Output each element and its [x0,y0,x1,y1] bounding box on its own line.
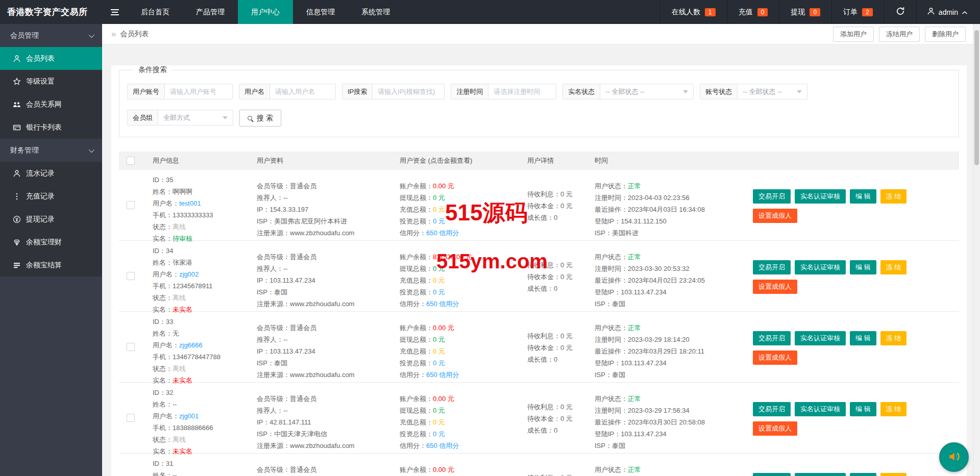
field-value: 32 [166,389,173,396]
action-buttons-row-1: 交易开启实名认证审核编 辑冻 结 [753,189,959,204]
details-interest: 待收利息：0 元 [527,472,595,476]
delete-user-button[interactable]: 删除用户 [925,27,966,42]
freeze-user-button[interactable]: 冻结用户 [879,27,920,42]
set-fake-button[interactable]: 设置成假人 [753,209,797,223]
admin-menu[interactable]: admin [916,0,980,24]
edit-button[interactable]: 编 辑 [850,260,876,274]
sidebar-item-yuebao-invest[interactable]: 余额宝理财 [0,231,102,254]
top-nav-home[interactable]: 后台首页 [128,0,183,24]
field-label: 状态： [153,294,173,302]
row-checkbox[interactable] [127,343,135,351]
scrollbar-thumb[interactable] [974,30,979,165]
funds-withdraw: 提现总额：0 元 [400,192,527,204]
cell-time: 用户状态：正常注册时间：2023-03-29 17:56:34最近操作：2023… [595,383,753,453]
vertical-scrollbar[interactable] [973,24,980,476]
sidebar-item-member-list[interactable]: 会员列表 [0,47,102,70]
field-label: ISP： [257,217,274,225]
user-icon [927,7,935,17]
sidebar-group-finance-management[interactable]: 财务管理 [0,139,102,162]
sidebar-item-member-network[interactable]: 会员关系网 [0,93,102,116]
freeze-button[interactable]: 冻 结 [880,402,907,416]
info-id: ID：33 [153,316,257,328]
edit-button[interactable]: 编 辑 [850,331,876,345]
menu-toggle-icon[interactable] [102,0,128,24]
edit-button[interactable]: 编 辑 [850,189,876,204]
sidebar-item-yuebao-settle[interactable]: 余额宝结算 [0,254,102,277]
top-nav-system[interactable]: 系统管理 [348,0,403,24]
edit-button[interactable]: 编 辑 [850,402,876,416]
set-fake-button[interactable]: 设置成假人 [753,350,797,365]
row-checkbox[interactable] [127,272,135,280]
field-value: www.zbzhoudafu.com [290,300,354,308]
set-fake-button[interactable]: 设置成假人 [753,421,797,436]
top-nav-product[interactable]: 产品管理 [183,0,238,24]
member-list-card: 条件搜索 用户账号用户名IP搜索注册时间实名状态-- 全部状态 --账号状态--… [111,65,967,476]
kyc-review-button[interactable]: 实名认证审核 [795,189,846,204]
top-nav-info[interactable]: 信息管理 [293,0,348,24]
username-filter-input[interactable] [270,84,335,99]
header-actions: 添加用户冻结用户删除用户 [833,27,966,42]
sidebar-item-flow-records[interactable]: 流水记录 [0,162,102,185]
freeze-button[interactable]: 冻 结 [880,260,907,274]
bankcard-icon [12,123,21,132]
trade-toggle-button[interactable]: 交易开启 [753,331,791,345]
field-value: 2023-03-29 18:14:20 [628,336,690,343]
sidebar-item-withdraw-records[interactable]: 提现记录 [0,208,102,231]
kyc-review-button[interactable]: 实名认证审核 [795,473,846,476]
sidebar-item-level-settings[interactable]: 等级设置 [0,70,102,93]
funds-credit: 信用分：650 信用分 [400,298,527,310]
trade-toggle-button[interactable]: 交易开启 [753,473,791,476]
account-status-filter-select[interactable]: -- 全部状态 -- [738,84,807,99]
trade-toggle-button[interactable]: 交易开启 [753,189,791,204]
refresh-button[interactable] [884,0,916,24]
field-value: 1346778447788 [173,353,220,361]
realname-status-filter-value: -- 全部状态 -- [605,87,645,96]
row-checkbox[interactable] [127,201,135,209]
row-checkbox-cell [119,312,143,382]
trade-toggle-button[interactable]: 交易开启 [753,260,791,274]
field-label: 最近操作： [595,277,628,284]
realname-status-filter-select[interactable]: -- 全部状态 -- [600,84,693,99]
select-all-checkbox[interactable] [127,157,135,165]
field-label: 投资总额： [400,430,433,438]
freeze-button[interactable]: 冻 结 [880,473,907,476]
field-label: 成长值： [527,356,554,363]
info-name: 姓名：无 [153,328,257,339]
regtime-filter-input[interactable] [488,84,556,99]
kyc-review-button[interactable]: 实名认证审核 [795,331,846,345]
sidebar-item-bank-card-list[interactable]: 银行卡列表 [0,116,102,139]
audio-float-button[interactable] [939,442,969,472]
action-buttons-row-2: 设置成假人 [753,209,959,223]
cell-details: 待收利息：0 元待收本金：0 元成长值：0 [527,241,595,311]
member-group-filter-select[interactable]: 全部方式 [158,110,233,125]
freeze-button[interactable]: 冻 结 [880,189,907,204]
top-nav-user-center[interactable]: 用户中心 [238,0,293,24]
sidebar-item-label: 充值记录 [26,192,55,201]
account-filter-input[interactable] [165,84,232,99]
field-label: 投资总额： [400,217,433,225]
search-button[interactable]: 搜 索 [239,110,281,127]
profile-isp: ISP：美国弗吉尼亚阿什本科进 [257,215,400,227]
sidebar-item-label: 余额宝理财 [26,238,62,247]
withdraw-count-badge: 0 [810,8,820,16]
recharge-count-stat[interactable]: 充值0 [727,0,779,24]
row-checkbox[interactable] [127,414,135,422]
trade-toggle-button[interactable]: 交易开启 [753,402,791,416]
main-area: » 会员列表 添加用户冻结用户删除用户 条件搜索 用户账号用户名IP搜索注册时间… [102,24,980,476]
sidebar-item-recharge-records[interactable]: 充值记录 [0,185,102,208]
order-count-stat[interactable]: 订单2 [831,0,884,24]
withdraw-count-stat[interactable]: 提现0 [779,0,831,24]
field-label: 手机： [153,282,173,290]
sidebar-group-member-management[interactable]: 会员管理 [0,24,102,47]
kyc-review-button[interactable]: 实名认证审核 [795,402,846,416]
profile-referrer: 推荐人：-- [257,334,400,345]
kyc-review-button[interactable]: 实名认证审核 [795,260,846,274]
edit-button[interactable]: 编 辑 [850,473,876,476]
cell-funds: 账户余额：0.00 元提现总额：0 元充值总额：0 元投资总额：0 元信用分：6… [400,312,527,382]
freeze-button[interactable]: 冻 结 [880,331,907,345]
details-principal: 待收本金：0 元 [527,413,595,424]
add-user-button[interactable]: 添加用户 [833,27,874,42]
set-fake-button[interactable]: 设置成假人 [753,280,797,294]
ip-filter-input[interactable] [373,84,444,99]
online-count-stat[interactable]: 在线人数1 [660,0,727,24]
